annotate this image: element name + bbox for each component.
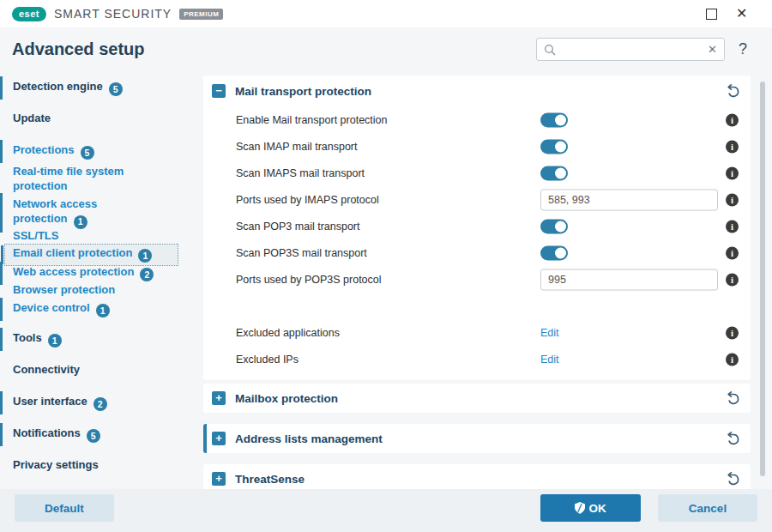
ok-button-label: OK: [588, 502, 606, 515]
sidebar-item-label: Real-time file system protection: [13, 165, 124, 192]
settings-count-badge: 2: [93, 397, 107, 411]
info-icon[interactable]: i: [726, 353, 739, 366]
settings-count-badge: 1: [138, 249, 152, 263]
sidebar-item-web-access-protection[interactable]: Web access protection2: [13, 265, 154, 281]
sidebar-item-update[interactable]: Update: [13, 112, 51, 124]
section-title: ThreatSense: [235, 473, 725, 486]
edit-excluded-applications-link[interactable]: Edit: [540, 327, 559, 339]
toggle-scan-imaps[interactable]: [540, 166, 568, 180]
section-title: Mailbox protection: [235, 392, 725, 405]
help-icon[interactable]: ?: [739, 40, 747, 58]
sidebar-item-label: Detection engine: [13, 80, 103, 93]
sidebar-item-label: SSL/TLS: [13, 229, 58, 242]
mail-transport-protection-card: − Mail transport protection Enable Mail …: [203, 76, 751, 380]
default-button[interactable]: Default: [15, 494, 114, 522]
setting-label: Ports used by IMAPS protocol: [236, 194, 379, 206]
settings-count-badge: 5: [81, 146, 94, 160]
settings-count-badge: 5: [109, 82, 123, 96]
sidebar-item-user-interface[interactable]: User interface2: [13, 395, 107, 411]
setting-label: Scan POP3S mail transport: [236, 247, 367, 259]
toggle-enable-mail-transport[interactable]: [540, 112, 568, 127]
sidebar-item-device-control[interactable]: Device control1: [13, 301, 110, 317]
settings-count-badge: 1: [48, 334, 62, 348]
close-button[interactable]: ✕: [736, 6, 747, 21]
sidebar-item-label: Browser protection: [13, 283, 115, 296]
revert-icon[interactable]: [725, 471, 740, 487]
setting-row: Ports used by POP3S protocol i: [203, 266, 751, 293]
sidebar-item-realtime-protection[interactable]: Real-time file system protection: [13, 164, 146, 193]
sidebar-item-label: Device control: [13, 301, 90, 314]
sidebar-item-protections[interactable]: Protections5: [13, 143, 94, 160]
revert-icon[interactable]: [725, 390, 740, 406]
settings-count-badge: 2: [140, 268, 154, 281]
sidebar-item-connectivity[interactable]: Connectivity: [13, 363, 80, 376]
shield-icon: [575, 502, 585, 514]
toggle-scan-pop3[interactable]: [540, 219, 568, 233]
cancel-button[interactable]: Cancel: [658, 494, 757, 522]
maximize-button[interactable]: [706, 9, 717, 20]
toggle-scan-pop3s[interactable]: [540, 245, 568, 260]
info-icon[interactable]: i: [726, 193, 739, 206]
settings-count-badge: 1: [96, 304, 110, 317]
footer-bar: Default OK Cancel: [0, 489, 772, 532]
setting-row: Excluded IPs Edit i: [203, 346, 751, 372]
sidebar-item-label: Email client protection: [13, 246, 132, 259]
page-title: Advanced setup: [12, 39, 144, 59]
sidebar-item-email-client-protection[interactable]: Email client protection1: [4, 244, 178, 266]
info-icon[interactable]: i: [726, 220, 739, 233]
collapse-icon[interactable]: −: [212, 84, 226, 98]
sidebar-item-label: Protections: [13, 143, 75, 156]
info-icon[interactable]: i: [726, 113, 739, 126]
setting-row: Enable Mail transport protection i: [203, 106, 751, 133]
pop3s-ports-input[interactable]: [540, 269, 718, 290]
expand-icon[interactable]: +: [212, 432, 226, 445]
title-bar: eset SMART SECURITY PREMIUM: [0, 0, 772, 27]
info-icon[interactable]: i: [726, 166, 739, 179]
sidebar-item-label: Connectivity: [13, 363, 80, 376]
imaps-ports-input[interactable]: [540, 189, 718, 210]
search-box[interactable]: ✕: [536, 38, 725, 61]
setting-label: Scan IMAP mail transport: [236, 141, 358, 153]
setting-label: Ports used by POP3S protocol: [236, 274, 382, 286]
row-spacer: [203, 293, 751, 319]
sidebar-item-detection-engine[interactable]: Detection engine5: [13, 80, 123, 96]
revert-icon[interactable]: [725, 431, 740, 446]
toggle-scan-imap[interactable]: [540, 139, 568, 154]
mailbox-protection-card: + Mailbox protection: [203, 384, 751, 413]
setting-row: Excluded applications Edit i: [203, 319, 751, 346]
revert-icon[interactable]: [725, 83, 740, 99]
sidebar-item-tools[interactable]: Tools1: [13, 331, 62, 348]
clear-search-icon[interactable]: ✕: [708, 43, 717, 56]
search-icon: [544, 44, 556, 56]
premium-badge: PREMIUM: [179, 9, 223, 20]
info-icon[interactable]: i: [726, 246, 739, 259]
setting-label: Excluded applications: [236, 327, 340, 339]
info-icon[interactable]: i: [726, 273, 739, 286]
eset-logo: eset: [12, 7, 46, 21]
settings-count-badge: 5: [87, 429, 100, 443]
info-icon[interactable]: i: [726, 326, 739, 339]
sidebar-item-label: Update: [13, 112, 51, 124]
setting-row: Scan IMAPS mail transport i: [203, 160, 751, 186]
setting-row: Scan POP3 mail transport i: [203, 213, 751, 239]
expand-icon[interactable]: +: [212, 391, 226, 405]
sidebar-item-ssl-tls[interactable]: SSL/TLS: [13, 229, 58, 242]
address-lists-management-card: + Address lists management: [203, 424, 751, 453]
sidebar-item-label: Privacy settings: [13, 458, 99, 471]
section-header: + Address lists management: [203, 424, 751, 453]
sidebar-item-network-access-protection[interactable]: Network access protection1: [13, 196, 146, 229]
sidebar-item-notifications[interactable]: Notifications5: [13, 426, 100, 443]
scrollbar-thumb[interactable]: [760, 82, 765, 476]
search-input[interactable]: [561, 44, 708, 56]
expand-icon[interactable]: +: [212, 472, 226, 486]
setting-label: Scan POP3 mail transport: [236, 221, 360, 233]
sidebar-item-browser-protection[interactable]: Browser protection: [13, 283, 115, 296]
product-name: SMART SECURITY: [54, 7, 172, 21]
setting-label: Enable Mail transport protection: [236, 114, 387, 126]
section-header: − Mail transport protection: [203, 76, 751, 106]
sidebar-item-label: Web access protection: [13, 265, 134, 278]
ok-button[interactable]: OK: [540, 494, 641, 522]
info-icon[interactable]: i: [726, 140, 739, 153]
edit-excluded-ips-link[interactable]: Edit: [540, 354, 559, 366]
sidebar-item-privacy-settings[interactable]: Privacy settings: [13, 458, 99, 471]
